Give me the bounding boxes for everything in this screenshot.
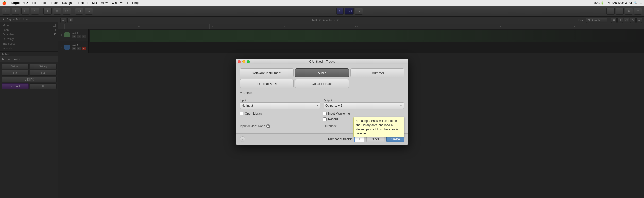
apple-menu[interactable]: 🍎 bbox=[2, 1, 6, 5]
drummer-btn[interactable]: Drummer bbox=[350, 68, 404, 77]
input-label: Input: bbox=[240, 99, 320, 102]
menu-window[interactable]: Window bbox=[112, 1, 123, 5]
app-container: ⊞ ℹ □ ? ✦ ✏ ✂ ⏮ ⏭ S 1234 𝅘𝅥𝅯 ☰ ♩ ↻ ⊕ ▼ bbox=[0, 6, 644, 198]
input-device-arrow[interactable]: ▶ bbox=[266, 124, 270, 128]
magnifier-icon[interactable]: 🔍 bbox=[634, 1, 637, 5]
input-monitoring-item: Input Monitoring bbox=[323, 112, 404, 115]
menu-navigate[interactable]: Navigate bbox=[62, 1, 74, 5]
details-triangle-icon: ▼ bbox=[240, 92, 242, 94]
tooltip: Creating a track will also open the Libr… bbox=[353, 117, 404, 137]
maximize-btn[interactable] bbox=[247, 60, 250, 63]
output-device-label: Output de bbox=[324, 124, 337, 128]
menu-1[interactable]: 1 bbox=[127, 1, 128, 5]
input-select[interactable]: No Input bbox=[240, 102, 320, 109]
details-header[interactable]: ▼ Details: bbox=[240, 91, 404, 95]
open-library-label: Open Library bbox=[245, 112, 262, 115]
menu-bar-right: 87% 🔋 Thu Sep 12 3:53 PM 🔍 ☰ bbox=[594, 1, 642, 5]
external-midi-btn[interactable]: External MIDI bbox=[240, 79, 294, 88]
open-library-item: Open Library bbox=[240, 112, 321, 115]
guitar-or-bass-btn[interactable]: Guitar or Bass bbox=[295, 79, 349, 88]
new-track-modal: Q Untitled – Tracks Software Instrument … bbox=[236, 59, 408, 145]
minimize-btn[interactable] bbox=[242, 60, 245, 63]
input-device-item: Input device: None ▶ bbox=[240, 124, 320, 128]
menu-help[interactable]: Help bbox=[132, 1, 139, 5]
menu-edit[interactable]: Edit bbox=[41, 1, 47, 5]
input-group: Input: No Input bbox=[240, 99, 320, 109]
record-label: Record bbox=[328, 117, 338, 121]
software-instrument-btn[interactable]: Software Instrument bbox=[240, 68, 294, 77]
details-label: Details: bbox=[243, 91, 253, 95]
menu-view[interactable]: View bbox=[101, 1, 108, 5]
input-device-label: Input device: None bbox=[240, 124, 265, 128]
modal-window-title: Q Untitled – Tracks bbox=[309, 60, 335, 63]
menu-bar: 🍎 Logic Pro X File Edit Track Navigate R… bbox=[0, 0, 644, 6]
controls-icon[interactable]: ☰ bbox=[639, 1, 642, 5]
clock: Thu Sep 12 3:53 PM bbox=[606, 1, 632, 4]
close-btn[interactable] bbox=[238, 60, 241, 63]
menu-mix[interactable]: Mix bbox=[92, 1, 97, 5]
menu-logic-pro-x[interactable]: Logic Pro X bbox=[11, 1, 28, 5]
help-btn[interactable]: ? bbox=[240, 136, 245, 142]
record-item bbox=[240, 117, 321, 121]
open-library-checkbox[interactable] bbox=[240, 112, 243, 115]
output-select[interactable]: Output 1 + 2 bbox=[324, 102, 404, 109]
track-type-grid: Software Instrument Audio Drummer Extern… bbox=[240, 68, 404, 88]
menu-file[interactable]: File bbox=[32, 1, 37, 5]
input-monitoring-label: Input Monitoring bbox=[328, 112, 350, 115]
audio-btn[interactable]: Audio bbox=[295, 68, 349, 77]
menu-record[interactable]: Record bbox=[78, 1, 88, 5]
tracks-count-label: Number of tracks: bbox=[328, 137, 352, 141]
record-checkbox[interactable] bbox=[323, 117, 327, 121]
output-group: Output: Output 1 + 2 bbox=[324, 99, 404, 109]
output-select-wrapper: Output 1 + 2 bbox=[324, 102, 404, 109]
battery-indicator: 87% 🔋 bbox=[594, 1, 604, 5]
output-label: Output: bbox=[324, 99, 404, 102]
menu-track[interactable]: Track bbox=[51, 1, 58, 5]
modal-title-bar: Q Untitled – Tracks bbox=[236, 59, 408, 64]
input-monitoring-checkbox[interactable] bbox=[323, 112, 327, 115]
tooltip-text: Creating a track will also open the Libr… bbox=[356, 119, 398, 135]
modal-overlay: Q Untitled – Tracks Software Instrument … bbox=[0, 6, 644, 198]
input-select-wrapper: No Input bbox=[240, 102, 320, 109]
io-row: Input: No Input Output: Output 1 + 2 bbox=[240, 99, 404, 109]
